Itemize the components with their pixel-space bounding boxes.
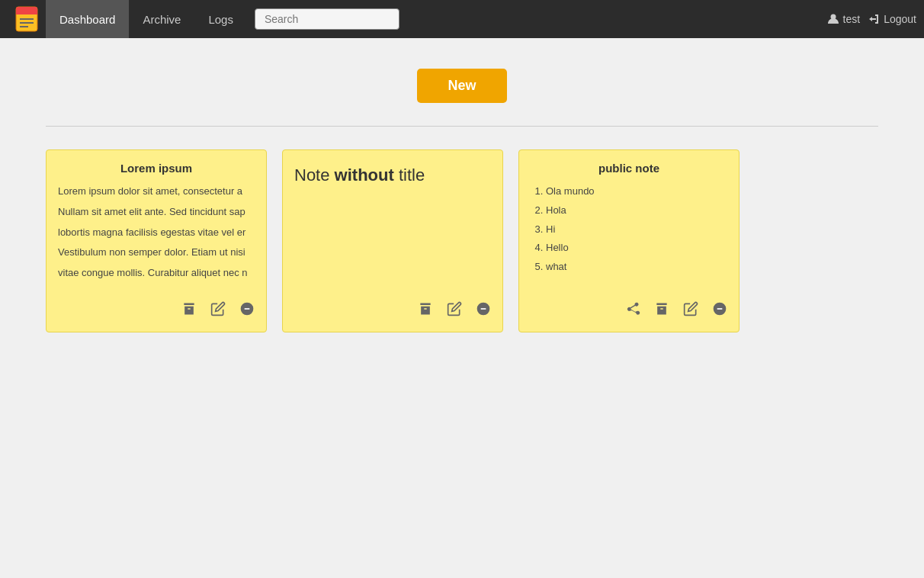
nav-archive[interactable]: Archive (129, 0, 194, 38)
note-actions-2 (294, 301, 491, 320)
logout-icon (868, 13, 880, 25)
logout-label: Logout (884, 13, 916, 25)
note-body-1: Lorem ipsum dolor sit amet, consectetur … (58, 184, 255, 290)
note-title-1: Lorem ipsum (58, 162, 255, 175)
note-body-2: Note without title (294, 162, 491, 290)
note-actions-1 (58, 301, 255, 320)
body-line-1-2: lobortis magna facilisis egestas vitae v… (58, 225, 255, 241)
user-icon (827, 13, 839, 25)
svg-rect-2 (16, 11, 37, 14)
archive-icon-2[interactable] (418, 301, 433, 320)
main-content: New Lorem ipsum Lorem ipsum dolor sit am… (0, 38, 924, 348)
list-item-3-2: Hi (546, 222, 727, 238)
edit-icon-1[interactable] (210, 301, 226, 320)
new-button-row: New (15, 53, 909, 126)
archive-icon-3[interactable] (654, 301, 669, 320)
list-item-3-1: Hola (546, 203, 727, 219)
body-line-1-1: Nullam sit amet elit ante. Sed tincidunt… (58, 204, 255, 220)
note-card-1: Lorem ipsum Lorem ipsum dolor sit amet, … (46, 149, 267, 332)
navbar: Dashboard Archive Logs test Logout (0, 0, 924, 38)
nav-dashboard[interactable]: Dashboard (46, 0, 129, 38)
list-item-3-3: Hello (546, 240, 727, 256)
list-item-3-0: Ola mundo (546, 184, 727, 200)
delete-icon-2[interactable] (476, 301, 491, 320)
search-input[interactable] (255, 8, 399, 30)
logout-button[interactable]: Logout (868, 13, 916, 25)
delete-icon-3[interactable] (712, 301, 727, 320)
note-card-2: Note without title (282, 149, 503, 332)
list-item-3-4: what (546, 259, 727, 275)
delete-icon-1[interactable] (239, 301, 255, 320)
logo-icon (13, 5, 40, 33)
share-icon-3[interactable] (625, 301, 640, 320)
note-actions-3 (531, 301, 727, 320)
divider (46, 126, 878, 127)
cards-row: Lorem ipsum Lorem ipsum dolor sit amet, … (15, 149, 909, 332)
new-note-button[interactable]: New (417, 69, 506, 103)
edit-icon-2[interactable] (447, 301, 462, 320)
note-title-2: Note without title (294, 162, 491, 188)
note-card-3: public note Ola mundo Hola Hi Hello what (518, 149, 740, 332)
edit-icon-3[interactable] (683, 301, 698, 320)
navbar-right: test Logout (827, 13, 916, 25)
body-line-1-4: vitae congue mollis. Curabitur aliquet n… (58, 265, 255, 281)
note-title-3: public note (531, 162, 727, 175)
archive-icon-1[interactable] (181, 301, 197, 320)
user-info: test (827, 13, 861, 25)
body-line-1-0: Lorem ipsum dolor sit amet, consectetur … (58, 184, 255, 200)
brand-logo[interactable] (8, 0, 46, 38)
username-label: test (843, 13, 861, 25)
note-body-3: Ola mundo Hola Hi Hello what (531, 184, 727, 290)
nav-logs[interactable]: Logs (194, 0, 247, 38)
body-line-1-3: Vestibulum non semper dolor. Etiam ut ni… (58, 245, 255, 261)
